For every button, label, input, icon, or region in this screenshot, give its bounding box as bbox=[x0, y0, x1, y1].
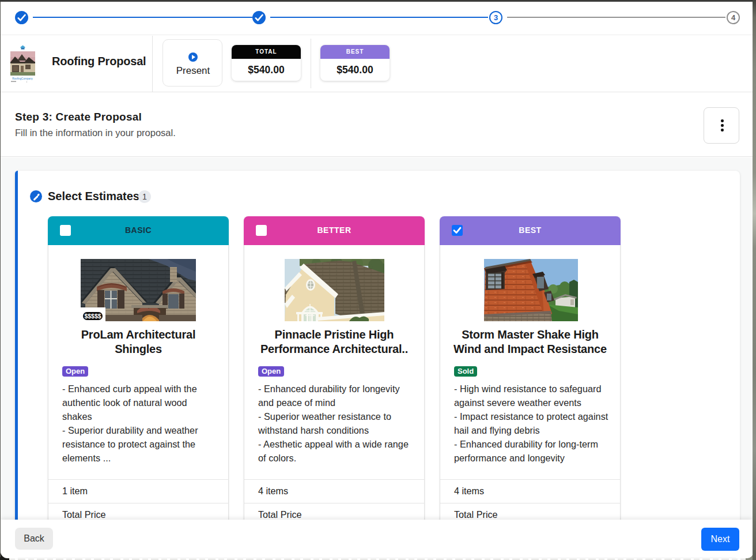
svg-text:$$$$$: $$$$$ bbox=[84, 313, 101, 320]
svg-text:RoofingCompany: RoofingCompany bbox=[12, 77, 33, 80]
